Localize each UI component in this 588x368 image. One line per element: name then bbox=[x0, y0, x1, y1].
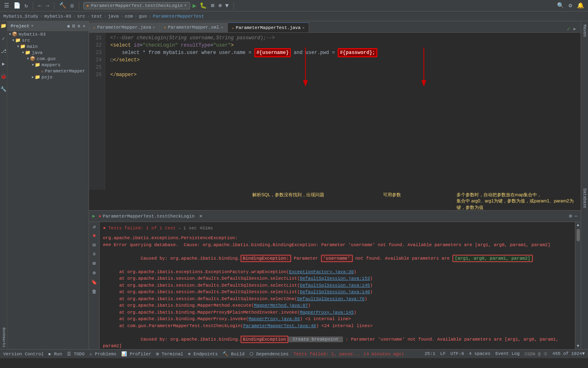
tab-close-1[interactable]: ✕ bbox=[153, 25, 155, 30]
notifications-icon[interactable]: 🔔 bbox=[576, 1, 585, 10]
run-settings2-icon[interactable]: ⚙ bbox=[93, 270, 96, 276]
line-count[interactable]: 455 of 1024▼ bbox=[552, 351, 585, 357]
tab-parametermappertest-java[interactable]: ☕ ParameterMapperTest.java ✕ bbox=[228, 22, 310, 32]
back-icon[interactable]: ← bbox=[37, 2, 42, 10]
dependencies-btn[interactable]: ⬡ Dependencies bbox=[249, 351, 289, 357]
tree-item-java[interactable]: ▼ 📁 java bbox=[7, 49, 89, 56]
right-panel-toggle[interactable]: ▶ bbox=[572, 26, 577, 31]
coverage-icon[interactable]: ⊞ bbox=[210, 1, 215, 10]
run-expand-icon[interactable]: ⊞ bbox=[93, 260, 96, 267]
version-control-btn[interactable]: Version Control bbox=[3, 352, 44, 357]
separator-2 bbox=[54, 2, 54, 9]
tab-parametermapper-java[interactable]: ☕ ParameterMapper.java ✕ bbox=[89, 22, 160, 32]
mapperproxy-link-2[interactable]: MapperProxy.java:86 bbox=[249, 316, 300, 321]
endpoints-btn[interactable]: ⊕ Endpoints bbox=[188, 351, 218, 357]
params-box: [arg1, arg0, param1, param2] bbox=[452, 255, 533, 262]
breadcrumb-project[interactable]: Mybatis_Study bbox=[3, 14, 38, 19]
run-output-area[interactable]: ● Tests failed: 1 of 1 test – 1 sec 431m… bbox=[100, 222, 575, 349]
tree-item-parametermapper[interactable]: ☕ ParameterMapper bbox=[7, 68, 89, 74]
tree-item-com-guo[interactable]: ▼ 📦 com.guo bbox=[7, 56, 89, 62]
scroll-track[interactable] bbox=[577, 227, 580, 344]
breadcrumb-module[interactable]: mybatis-03 bbox=[44, 14, 71, 19]
todo-btn[interactable]: ☰ TODO bbox=[67, 351, 85, 357]
mapperproxy-link-1[interactable]: MapperProxy.java:145 bbox=[300, 310, 354, 315]
code-content[interactable]: <!--User checkLogin(String username,Stri… bbox=[105, 33, 581, 190]
breadcrumb-guo[interactable]: guo bbox=[139, 14, 147, 19]
build-btn[interactable]: 🔨 Build bbox=[223, 351, 245, 357]
separator-4 bbox=[234, 2, 234, 9]
run-config-dropdown[interactable]: ▼ bbox=[184, 4, 186, 8]
search-top-icon[interactable]: 🔍 bbox=[556, 1, 565, 10]
debug-icon[interactable]: 🐛 bbox=[199, 1, 207, 10]
scroll-up-icon[interactable]: ▲ bbox=[577, 223, 579, 227]
tree-item-pojo[interactable]: ▶ 📁 pojo bbox=[7, 74, 89, 80]
build-icon[interactable]: 🔨 bbox=[58, 1, 67, 10]
database-label[interactable]: Database bbox=[582, 185, 587, 208]
defaultsqlsession-link-4[interactable]: DefaultSqlSession.java:76 bbox=[297, 296, 365, 301]
run-settings-icon[interactable]: ⚙ bbox=[569, 213, 572, 219]
create-breakpoint-btn[interactable]: Create breakpoint bbox=[288, 337, 343, 342]
debug-activity-icon[interactable]: 🐞 bbox=[0, 74, 7, 80]
close-panel-icon[interactable]: ✕ bbox=[82, 23, 85, 29]
project-icon[interactable]: 📁 bbox=[0, 23, 7, 29]
scroll-thumb[interactable] bbox=[577, 229, 580, 241]
menu-icon[interactable]: ☰ bbox=[3, 1, 10, 10]
run-configuration[interactable]: ▶ ParameterMapperTest.testCheckLogin ▼ bbox=[83, 2, 190, 9]
problems-btn[interactable]: ⚠ Problems bbox=[89, 351, 116, 357]
profiler-btn[interactable]: 📊 Profiler bbox=[121, 351, 151, 357]
gear-icon[interactable]: ⚙ bbox=[78, 23, 80, 29]
run-filter-icon[interactable]: ⊟ bbox=[93, 242, 96, 248]
run-stop-icon[interactable]: ■ bbox=[93, 233, 96, 239]
defaultsqlsession-link-1[interactable]: DefaultSqlSession.java:153 bbox=[300, 276, 370, 281]
mappermethod-link[interactable]: MapperMethod.java:87 bbox=[254, 303, 308, 308]
bookmark-icon[interactable]: Bookmarks bbox=[2, 328, 6, 348]
breadcrumb-java[interactable]: java bbox=[108, 14, 119, 19]
scroll-down-icon[interactable]: ▼ bbox=[577, 344, 579, 348]
panel-dropdown[interactable]: ▼ bbox=[31, 24, 33, 28]
defaultsqlsession-link-2[interactable]: DefaultSqlSession.java:145 bbox=[300, 283, 370, 288]
target-icon[interactable]: ◎ bbox=[69, 1, 74, 10]
breadcrumb-com[interactable]: com bbox=[125, 14, 133, 19]
run-tab-close[interactable]: ✕ bbox=[199, 213, 202, 219]
run-minimize-icon[interactable]: — bbox=[575, 213, 577, 219]
more-run-icon[interactable]: ⊕ ▼ bbox=[218, 1, 229, 10]
tree-item-src[interactable]: ▼ 📁 src bbox=[7, 37, 89, 43]
failed-dot: ● bbox=[98, 214, 101, 219]
run-sort-icon[interactable]: ≡ bbox=[93, 251, 96, 257]
tab-close-3[interactable]: ✕ bbox=[302, 25, 305, 30]
run-delete-icon[interactable]: 🗑 bbox=[92, 289, 97, 295]
terminal-btn[interactable]: ⊞ Terminal bbox=[156, 351, 183, 357]
tree-item-mybatis03[interactable]: ▼ 📦 mybatis-03 bbox=[7, 31, 89, 37]
status-error-text[interactable]: Tests failed: 1, passe... (4 minutes ago… bbox=[294, 352, 404, 357]
file-icon[interactable]: 📄 bbox=[13, 1, 21, 10]
breadcrumb-file[interactable]: ParameterMapperTest bbox=[153, 14, 204, 19]
settings-icon[interactable]: ⚙ bbox=[568, 1, 573, 10]
line-26: 26 bbox=[92, 71, 102, 79]
tab-close-2[interactable]: ✕ bbox=[221, 25, 223, 30]
tree-item-mappers[interactable]: ▼ 📁 mappers bbox=[7, 62, 89, 68]
maven-label[interactable]: Maven bbox=[582, 21, 587, 37]
locate-icon[interactable]: ◉ bbox=[67, 23, 70, 29]
tool-activity-icon[interactable]: 🔧 bbox=[0, 86, 7, 92]
commit-icon[interactable]: ✓ bbox=[2, 36, 5, 42]
forward-icon[interactable]: → bbox=[45, 2, 50, 10]
run-status-btn[interactable]: ▶ Run bbox=[49, 351, 62, 357]
run-panel-right-actions: ⚙ — bbox=[569, 213, 577, 219]
git-icon[interactable]: ⎇ bbox=[1, 48, 7, 54]
run-bookmark-icon[interactable]: 🔖 bbox=[91, 279, 97, 285]
test-link[interactable]: ParameterMapperTest.java:48 bbox=[243, 323, 316, 328]
run-scrollbar[interactable]: ▲ ▼ bbox=[575, 222, 581, 349]
breadcrumb-test[interactable]: test bbox=[91, 14, 102, 19]
exception-factory-link[interactable]: ExceptionFactory.java:30 bbox=[289, 269, 354, 274]
refresh-icon[interactable]: ↻ bbox=[24, 1, 29, 10]
package-icon: 📦 bbox=[30, 56, 36, 61]
event-log-btn[interactable]: Event Log bbox=[495, 351, 519, 357]
defaultsqlsession-link-3[interactable]: DefaultSqlSession.java:140 bbox=[300, 289, 370, 294]
collapse-icon[interactable]: ⊟ bbox=[72, 23, 75, 29]
tab-parametermapper-xml[interactable]: ✦ ParameterMapper.xml ✕ bbox=[160, 22, 227, 32]
run-restart-icon[interactable]: ↺ bbox=[93, 224, 96, 230]
tree-item-main[interactable]: ▼ 📁 main bbox=[7, 43, 89, 49]
breadcrumb-src[interactable]: src bbox=[77, 14, 85, 19]
run-button[interactable]: ▶ bbox=[193, 2, 197, 10]
run-activity-icon[interactable]: ▶ bbox=[2, 61, 5, 67]
